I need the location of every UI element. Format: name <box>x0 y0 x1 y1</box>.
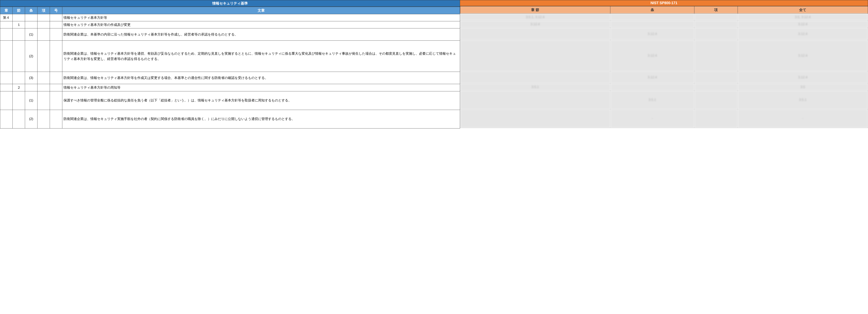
table-cell <box>37 14 50 21</box>
table-row: -- <box>460 109 868 128</box>
table-cell-blurred: 3.5 <box>738 84 868 91</box>
left-panel: 情報セキュリティ基準 章 節 条 項 号 文章 第４情報セキュリティ基本方針等１… <box>0 0 460 129</box>
table-cell-blurred: 3.12.4 <box>738 40 868 71</box>
table-cell: 情報セキュリティ基本方針等 <box>62 14 460 21</box>
table-cell <box>37 91 50 110</box>
left-header-article: 条 <box>25 7 37 14</box>
table-cell <box>37 72 50 84</box>
left-header-row: 章 節 条 項 号 文章 <box>0 7 460 14</box>
table-cell-blurred <box>694 71 738 84</box>
table-cell: ２ <box>12 84 25 91</box>
right-header-all: 全て <box>738 6 868 13</box>
table-cell-blurred: 3.5.1 <box>610 91 694 109</box>
table-cell-blurred: 3.12.4 <box>738 28 868 40</box>
table-cell-blurred: 3.5.1 <box>738 91 868 109</box>
right-header-chapter-section: 章 節 <box>460 6 610 13</box>
table-cell-blurred: 3.12.4 <box>610 40 694 71</box>
table-row: 3.12.43.12.4 <box>460 21 868 28</box>
table-cell: 防衛関連企業は、本基準の内容に沿った情報セキュリティ基本方針等を作成し、経営者等… <box>62 28 460 41</box>
table-cell: 防衛関連企業は、情報セキュリティ基本方針等を適切、有効及び妥当なものとするため、… <box>62 41 460 72</box>
right-main-title: NIST SP800-171 <box>460 0 868 6</box>
table-row: (2)防衛関連企業は、情報セキュリティ実施手順を社外の者（契約に関係する防衛省の… <box>0 110 460 128</box>
left-header-chapter: 章 <box>0 7 12 14</box>
table-row: (1)保護すべき情報の管理全般に係る総括的な責任を負う者（以下「総括者」という。… <box>0 91 460 110</box>
table-row: 3.5.1, 3.12.43.5, 3.12.4 <box>460 13 868 21</box>
table-cell <box>37 28 50 41</box>
table-cell <box>0 110 12 128</box>
table-cell <box>50 91 62 110</box>
table-cell <box>12 41 25 72</box>
table-cell <box>12 72 25 84</box>
table-row: 第４情報セキュリティ基本方針等 <box>0 14 460 21</box>
table-row: 3.12.43.12.4 <box>460 40 868 71</box>
table-cell-blurred: 3.12.4 <box>610 71 694 84</box>
table-cell <box>0 28 12 41</box>
table-cell-blurred <box>694 13 738 21</box>
table-cell-blurred: 3.5.1, 3.12.4 <box>460 13 610 21</box>
table-cell <box>0 84 12 91</box>
table-cell: 防衛関連企業は、情報セキュリティ実施手順を社外の者（契約に関係する防衛省の職員を… <box>62 110 460 128</box>
table-cell <box>0 41 12 72</box>
table-cell <box>12 110 25 128</box>
table-cell-blurred <box>694 21 738 28</box>
table-cell: (1) <box>25 91 37 110</box>
table-cell: 第４ <box>0 14 12 21</box>
left-header-item: 号 <box>50 7 62 14</box>
table-cell: (1) <box>25 28 37 41</box>
table-cell-blurred: 3.12.4 <box>460 21 610 28</box>
table-cell <box>50 110 62 128</box>
table-cell <box>12 91 25 110</box>
table-cell <box>50 21 62 28</box>
left-header-text: 文章 <box>62 7 460 14</box>
table-cell <box>25 21 37 28</box>
table-cell-blurred: 3.5, 3.12.4 <box>738 13 868 21</box>
table-cell: (2) <box>25 41 37 72</box>
left-header-paragraph: 項 <box>37 7 50 14</box>
table-cell <box>0 91 12 110</box>
table-cell: (2) <box>25 110 37 128</box>
table-cell <box>50 72 62 84</box>
table-cell <box>50 14 62 21</box>
table-cell <box>37 21 50 28</box>
table-cell-blurred <box>610 21 694 28</box>
table-cell-blurred <box>694 84 738 91</box>
table-cell: 保護すべき情報の管理全般に係る総括的な責任を負う者（以下「総括者」という。）は、… <box>62 91 460 110</box>
table-cell: (3) <box>25 72 37 84</box>
table-cell-blurred <box>610 84 694 91</box>
table-cell: 情報セキュリティ基本方針等の作成及び変更 <box>62 21 460 28</box>
table-cell <box>50 28 62 41</box>
table-cell <box>37 84 50 91</box>
right-panel: NIST SP800-171 章 節 条 項 全て 3.5.1, 3.12.43… <box>460 0 868 129</box>
table-row: 3.5.13.5 <box>460 84 868 91</box>
right-header-row: 章 節 条 項 全て <box>460 6 868 13</box>
table-cell-blurred <box>694 40 738 71</box>
table-cell <box>25 84 37 91</box>
table-row: 3.12.43.12.4 <box>460 71 868 84</box>
table-cell-blurred <box>460 91 610 109</box>
table-cell <box>50 41 62 72</box>
table-row: 3.12.43.12.4 <box>460 28 868 40</box>
right-table: 章 節 条 項 全て 3.5.1, 3.12.43.5, 3.12.43.12.… <box>460 6 868 128</box>
table-cell: 防衛関連企業は、情報セキュリティ基本方針等を作成又は変更する場合、本基準との適合… <box>62 72 460 84</box>
table-cell <box>25 14 37 21</box>
table-row: (2)防衛関連企業は、情報セキュリティ基本方針等を適切、有効及び妥当なものとする… <box>0 41 460 72</box>
table-cell <box>37 110 50 128</box>
table-cell-blurred <box>460 28 610 40</box>
table-cell-blurred <box>610 13 694 21</box>
table-cell <box>0 72 12 84</box>
table-cell-blurred: 3.12.4 <box>738 21 868 28</box>
table-row: (1)防衛関連企業は、本基準の内容に沿った情報セキュリティ基本方針等を作成し、経… <box>0 28 460 41</box>
table-cell-blurred: 3.5.1 <box>460 84 610 91</box>
left-main-title: 情報セキュリティ基準 <box>0 0 460 7</box>
table-cell <box>12 14 25 21</box>
table-row: (3)防衛関連企業は、情報セキュリティ基本方針等を作成又は変更する場合、本基準と… <box>0 72 460 84</box>
table-cell <box>0 21 12 28</box>
table-cell-blurred: 3.12.4 <box>738 71 868 84</box>
table-cell <box>50 84 62 91</box>
left-header-section: 節 <box>12 7 25 14</box>
table-cell-blurred: - <box>610 109 694 128</box>
right-header-paragraph: 項 <box>694 6 738 13</box>
table-cell-blurred: 3.12.4 <box>610 28 694 40</box>
table-cell-blurred <box>694 109 738 128</box>
right-header-article: 条 <box>610 6 694 13</box>
